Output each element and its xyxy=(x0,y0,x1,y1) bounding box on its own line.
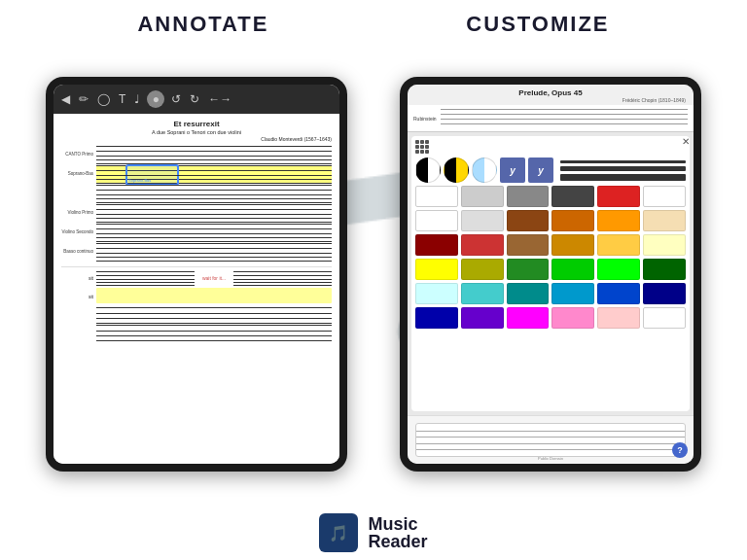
cust-title: Prelude, Opus 45 xyxy=(415,88,686,97)
color-swatch-cerulean[interactable] xyxy=(551,283,594,304)
special-swatch-row: y y xyxy=(415,158,686,183)
color-swatch-gray[interactable] xyxy=(507,186,550,207)
color-swatch-blue[interactable] xyxy=(597,283,640,304)
staff-lines-soprano: Soprano-Bas xyxy=(96,165,332,183)
staff-label-soprano: Soprano-Bas xyxy=(61,171,96,176)
color-grid xyxy=(415,186,686,329)
annotate-screen: ◀ ✏ ◯ T ♩ ● ↺ ↻ ←→ Et resurrexit A due S… xyxy=(53,85,339,464)
footer: 🎵 Music Reader xyxy=(319,504,427,560)
color-swatch-orange[interactable] xyxy=(597,210,640,231)
color-swatch-crimson[interactable] xyxy=(461,234,504,256)
color-swatch-wheat[interactable] xyxy=(643,210,686,231)
color-swatch-cyan[interactable] xyxy=(461,283,504,304)
color-swatch-yellow[interactable] xyxy=(415,259,458,280)
table-row xyxy=(61,185,332,202)
color-swatch-white1[interactable] xyxy=(415,186,458,207)
cust-music-preview: Rubinstein xyxy=(408,105,694,132)
color-swatch-brown[interactable] xyxy=(507,210,550,231)
color-swatch-white3[interactable] xyxy=(415,210,458,231)
note-icon[interactable]: ♩ xyxy=(132,90,142,108)
staff-lines-3 xyxy=(96,185,332,202)
filled-circle-icon[interactable]: ● xyxy=(147,90,164,108)
color-swatch-brightgreen[interactable] xyxy=(597,259,640,280)
soprano-highlight[interactable]: Soprano-Bas xyxy=(125,164,179,186)
table-row: Basso continuo xyxy=(61,243,332,261)
annotate-heading: ANNOTATE xyxy=(137,12,268,37)
staff-container: CANTO Primo Soprano-Bas Soprano-Bas xyxy=(61,146,332,261)
rubinstein-label: Rubinstein xyxy=(413,116,437,122)
staff-label-basso: Basso continuo xyxy=(61,249,96,254)
text-tool-icon[interactable]: T xyxy=(117,90,127,108)
color-swatch-white2[interactable] xyxy=(643,186,686,207)
color-swatch-forestgreen[interactable] xyxy=(507,259,550,280)
color-swatch-darkgray[interactable] xyxy=(551,186,594,207)
color-swatch-darkorange[interactable] xyxy=(551,210,594,231)
redo-icon[interactable]: ↻ xyxy=(188,90,201,108)
pencil-icon[interactable]: ✏ xyxy=(77,90,90,108)
color-swatch-lightyellow[interactable] xyxy=(643,234,686,256)
color-swatch-silver[interactable] xyxy=(461,210,504,231)
grid-dot xyxy=(415,140,419,144)
customize-tablet: Prelude, Opus 45 Frédéric Chopin (1810–1… xyxy=(400,77,701,472)
grid-dot xyxy=(420,145,424,149)
color-swatch-gold[interactable] xyxy=(597,234,640,256)
help-button[interactable]: ? xyxy=(672,442,688,458)
y-button-1[interactable]: y xyxy=(500,158,525,183)
grid-dot xyxy=(425,145,429,149)
color-swatch-white4[interactable] xyxy=(643,307,686,329)
staff-label-violino1: Violino Primo xyxy=(61,210,96,215)
color-swatch-darkred[interactable] xyxy=(415,234,458,256)
color-swatch-goldenrod[interactable] xyxy=(551,234,594,256)
line-swatches xyxy=(556,160,686,181)
arrows-icon[interactable]: ←→ xyxy=(206,90,233,108)
staff-label-violino2: Violino Secondo xyxy=(61,229,96,234)
grid-dot xyxy=(420,140,424,144)
back-icon[interactable]: ◀ xyxy=(59,90,72,108)
main-area: 🎵 ◀ ✏ ◯ T ♩ ● ↺ ↻ ←→ Et resurrexit A due… xyxy=(0,45,747,504)
staff-label: CANTO Primo xyxy=(61,152,96,157)
staff-lines-4 xyxy=(96,204,332,222)
grid-dot xyxy=(425,150,429,154)
customize-screen: Prelude, Opus 45 Frédéric Chopin (1810–1… xyxy=(408,85,694,464)
color-swatch-lightcyan[interactable] xyxy=(415,283,458,304)
grid-dot xyxy=(415,145,419,149)
color-swatch-darkgreen[interactable] xyxy=(643,259,686,280)
color-swatch-darkblue[interactable] xyxy=(643,283,686,304)
staff-lines-6 xyxy=(96,243,332,261)
color-swatch-teal[interactable] xyxy=(507,283,550,304)
music-sheet: Et resurrexit A due Soprani o Tenori con… xyxy=(53,114,339,464)
wait-text: wait for it... xyxy=(202,275,226,281)
color-swatch-lightgray[interactable] xyxy=(461,186,504,207)
staff-lines-5 xyxy=(96,224,332,241)
circle-tool-icon[interactable]: ◯ xyxy=(95,90,112,108)
color-panel: ✕ y y xyxy=(411,136,690,411)
color-swatch-lime[interactable] xyxy=(551,259,594,280)
section-label-2: sit xyxy=(61,294,96,299)
sheet-subtitle: A due Soprani o Tenori con due violini xyxy=(61,129,332,135)
bottom-music-preview xyxy=(415,423,686,457)
color-swatch-magenta[interactable] xyxy=(507,307,550,329)
swatch-cyan-white[interactable] xyxy=(472,158,497,183)
line-medium[interactable] xyxy=(560,166,686,171)
line-thick[interactable] xyxy=(560,174,686,181)
grid-dot xyxy=(420,150,424,154)
line-thin[interactable] xyxy=(560,160,686,163)
undo-icon[interactable]: ↺ xyxy=(169,90,183,108)
swatch-black-yellow[interactable] xyxy=(444,158,469,183)
color-swatch-lightpink[interactable] xyxy=(597,307,640,329)
header-row: ANNOTATE CUSTOMIZE xyxy=(0,0,747,45)
color-swatch-tan[interactable] xyxy=(507,234,550,256)
public-domain-label: Public Domain xyxy=(538,456,563,461)
color-swatch-red[interactable] xyxy=(597,186,640,207)
color-swatch-purple[interactable] xyxy=(461,307,504,329)
swatch-black-white[interactable] xyxy=(415,158,441,183)
y-button-2[interactable]: y xyxy=(528,158,553,183)
section-label-1: sit xyxy=(61,275,96,281)
color-swatch-navy[interactable] xyxy=(415,307,458,329)
color-swatch-pink[interactable] xyxy=(551,307,594,329)
sheet-composer: Claudio Monteverdi (1567–1643) xyxy=(61,136,332,142)
close-icon[interactable]: ✕ xyxy=(682,136,690,147)
app-name-line2: Reader xyxy=(368,533,427,550)
color-swatch-olive[interactable] xyxy=(461,259,504,280)
grid-icon[interactable] xyxy=(415,140,429,154)
